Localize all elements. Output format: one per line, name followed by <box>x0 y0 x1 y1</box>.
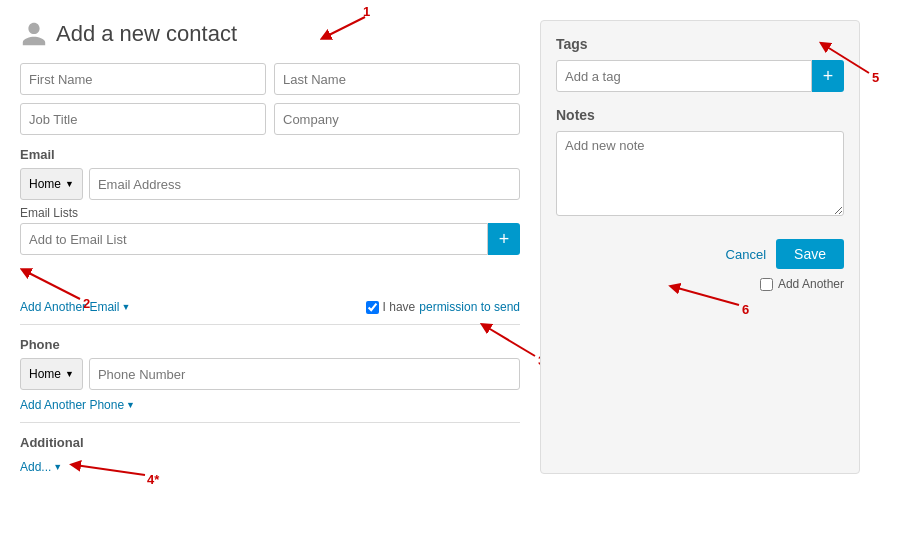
action-buttons: Cancel Save <box>556 239 844 269</box>
cancel-button[interactable]: Cancel <box>726 247 766 262</box>
phone-number-input[interactable] <box>89 358 520 390</box>
annotation-4: 4* <box>147 472 159 487</box>
email-lists-label: Email Lists <box>20 206 520 220</box>
job-company-row <box>20 103 520 135</box>
right-panel: Tags + 5 Notes Cancel <box>540 20 860 474</box>
email-input-row: Home ▼ <box>20 168 520 200</box>
add-to-email-list-input[interactable] <box>20 223 488 255</box>
notes-label: Notes <box>556 107 844 123</box>
additional-section-label: Additional <box>20 435 520 450</box>
email-type-dropdown[interactable]: Home ▼ <box>20 168 83 200</box>
annotation-1: 1 <box>363 4 370 19</box>
add-another-checkbox[interactable] <box>760 278 773 291</box>
add-list-button[interactable]: + <box>488 223 520 255</box>
page-title: Add a new contact <box>56 21 237 47</box>
add-list-row: + 2 <box>20 223 520 255</box>
additional-divider <box>20 422 520 423</box>
company-input[interactable] <box>274 103 520 135</box>
add-another-label: Add Another <box>778 277 844 291</box>
permission-row: I have permission to send 3 <box>366 300 520 314</box>
svg-line-1 <box>25 271 80 299</box>
tag-input[interactable] <box>556 60 812 92</box>
add-tag-button[interactable]: + <box>812 60 844 92</box>
add-another-email-row: Add Another Email ▼ I have permission to… <box>20 300 520 314</box>
phone-divider <box>20 324 520 325</box>
dropdown-caret: ▼ <box>65 179 74 189</box>
svg-line-3 <box>75 465 145 475</box>
add-additional-button[interactable]: Add... ▼ <box>20 460 62 474</box>
permission-link[interactable]: permission to send <box>419 300 520 314</box>
phone-type-dropdown[interactable]: Home ▼ <box>20 358 83 390</box>
first-name-input[interactable] <box>20 63 266 95</box>
add-another-row: Add Another 6 <box>556 277 844 291</box>
permission-checkbox[interactable] <box>366 301 379 314</box>
add-email-caret: ▼ <box>121 302 130 312</box>
annotation-5: 5 <box>872 70 879 85</box>
svg-line-5 <box>674 287 739 305</box>
annotation-6: 6 <box>742 302 749 317</box>
email-section-label: Email <box>20 147 520 162</box>
last-name-input[interactable] <box>274 63 520 95</box>
person-icon <box>20 20 48 48</box>
email-address-input[interactable] <box>89 168 520 200</box>
page-title-area: Add a new contact 1 <box>20 20 520 48</box>
save-button[interactable]: Save <box>776 239 844 269</box>
tag-input-row: + 5 <box>556 60 844 92</box>
add-another-phone-button[interactable]: Add Another Phone ▼ <box>20 398 135 412</box>
add-phone-caret: ▼ <box>126 400 135 410</box>
job-title-input[interactable] <box>20 103 266 135</box>
svg-line-0 <box>325 17 365 37</box>
add-another-email-button[interactable]: Add Another Email ▼ <box>20 300 130 314</box>
name-row <box>20 63 520 95</box>
phone-input-row: Home ▼ <box>20 358 520 390</box>
notes-textarea[interactable] <box>556 131 844 216</box>
tags-label: Tags <box>556 36 844 52</box>
phone-caret: ▼ <box>65 369 74 379</box>
phone-section-label: Phone <box>20 337 520 352</box>
add-additional-caret: ▼ <box>53 462 62 472</box>
